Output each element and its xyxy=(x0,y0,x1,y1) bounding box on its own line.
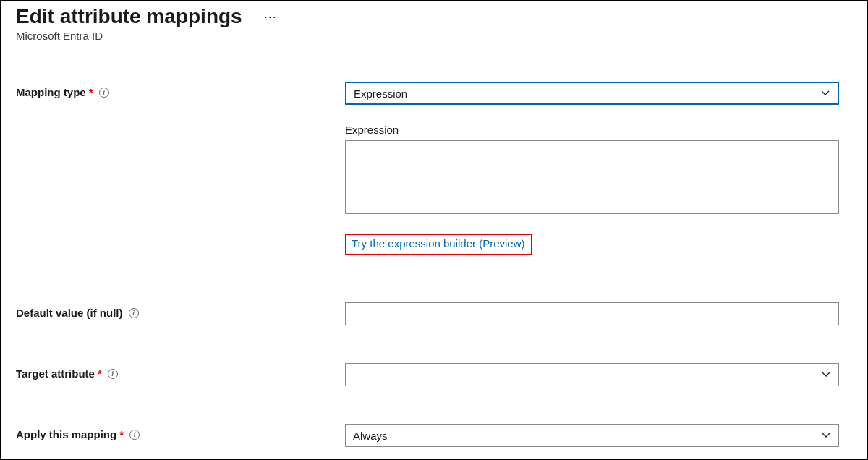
expression-builder-link[interactable]: Try the expression builder (Preview) xyxy=(352,237,525,250)
expression-link-highlight: Try the expression builder (Preview) xyxy=(345,234,532,255)
expression-textarea[interactable] xyxy=(345,140,839,214)
required-asterisk: * xyxy=(119,428,124,440)
info-icon[interactable]: i xyxy=(99,88,109,98)
page-subtitle: Microsoft Entra ID xyxy=(16,30,852,42)
target-attribute-select[interactable] xyxy=(345,363,839,386)
expression-label: Expression xyxy=(345,124,839,136)
chevron-down-icon xyxy=(821,370,831,380)
more-icon[interactable]: ··· xyxy=(264,9,277,25)
apply-mapping-select[interactable]: Always xyxy=(345,424,839,447)
required-asterisk: * xyxy=(89,86,93,98)
target-attribute-label: Target attribute * i xyxy=(16,363,345,380)
mapping-type-select[interactable]: Expression xyxy=(345,82,839,105)
apply-mapping-label: Apply this mapping * i xyxy=(16,424,345,440)
default-value-label: Default value (if null) i xyxy=(16,302,345,319)
chevron-down-icon xyxy=(821,430,831,440)
mapping-type-label: Mapping type * i xyxy=(16,82,345,98)
info-icon[interactable]: i xyxy=(129,430,140,440)
chevron-down-icon xyxy=(820,88,830,98)
info-icon[interactable]: i xyxy=(108,369,118,379)
required-asterisk: * xyxy=(98,367,102,380)
default-value-input[interactable] xyxy=(345,302,839,325)
page-title: Edit attribute mappings xyxy=(16,5,242,28)
info-icon[interactable]: i xyxy=(129,308,139,318)
